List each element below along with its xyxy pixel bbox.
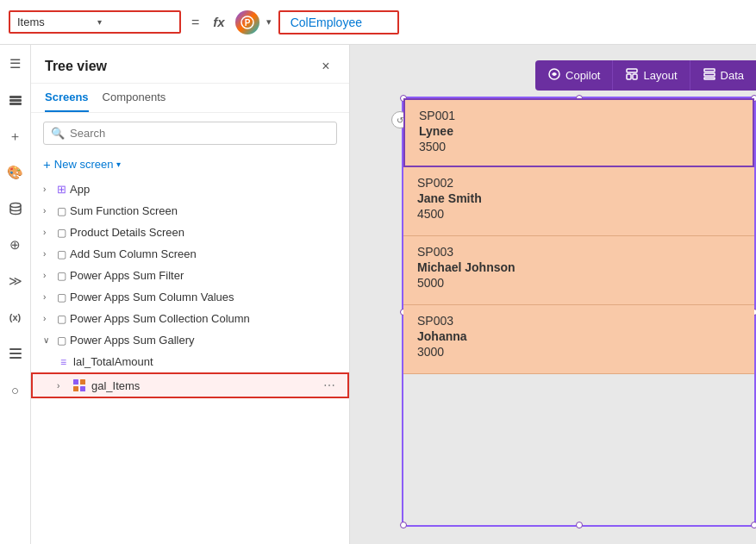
tab-layout-label: Layout bbox=[643, 69, 677, 82]
tree-item-label: Power Apps Sum Column Values bbox=[70, 291, 234, 303]
employee-salary: 3500 bbox=[419, 140, 739, 153]
svg-rect-9 bbox=[73, 379, 78, 385]
svg-rect-15 bbox=[627, 74, 631, 79]
new-screen-button[interactable]: + New screen ▾ bbox=[31, 153, 349, 178]
employee-salary: 4500 bbox=[417, 207, 740, 221]
tree-title: Tree view bbox=[45, 59, 107, 74]
chevron-icon: › bbox=[57, 381, 67, 391]
svg-rect-3 bbox=[9, 99, 22, 102]
tree-item-app[interactable]: › ⊞ App bbox=[31, 178, 349, 200]
tree-item-label: Power Apps Sum Gallery bbox=[70, 334, 195, 347]
close-button[interactable]: × bbox=[316, 57, 335, 76]
employee-id: SP002 bbox=[417, 176, 740, 190]
more-options-icon[interactable]: ⋯ bbox=[323, 378, 335, 392]
handle-bot-left[interactable] bbox=[400, 522, 407, 528]
tab-components[interactable]: Components bbox=[103, 84, 166, 112]
tree-item-label: Product Details Screen bbox=[70, 226, 184, 239]
formula-name-box[interactable]: Items ▾ bbox=[9, 10, 181, 34]
tree-item-gal-items[interactable]: › gal_Items ⋯ bbox=[31, 372, 349, 398]
gallery-container[interactable]: ↺ SP001 Lynee 3500 SP002 Jane Smith 4500… bbox=[402, 97, 756, 527]
circle-icon[interactable]: ○ bbox=[5, 379, 26, 400]
chevron-icon: › bbox=[43, 314, 53, 323]
hamburger-icon[interactable]: ☰ bbox=[5, 53, 26, 74]
chevron-icon: › bbox=[43, 184, 53, 194]
gallery-item[interactable]: SP002 Jane Smith 4500 bbox=[403, 167, 754, 236]
screen-icon: ▢ bbox=[57, 270, 66, 282]
handle-bot-right[interactable] bbox=[751, 522, 756, 528]
tree-item-lal-total[interactable]: ≡ lal_TotalAmount bbox=[31, 351, 349, 372]
tree-item-sum-column-values[interactable]: › ▢ Power Apps Sum Column Values bbox=[31, 286, 349, 308]
formula-icon-chevron[interactable]: ▾ bbox=[266, 16, 272, 28]
tree-item-product-details[interactable]: › ▢ Product Details Screen bbox=[31, 222, 349, 243]
formula-value: ColEmployee bbox=[291, 16, 362, 29]
tree-item-add-sum-column[interactable]: › ▢ Add Sum Column Screen bbox=[31, 243, 349, 265]
sidebar-icons: ☰ ＋ 🎨 ⊕ ≫ (x) ○ bbox=[0, 45, 31, 544]
svg-rect-10 bbox=[80, 379, 85, 385]
formula-label: Items bbox=[17, 16, 92, 28]
tab-data[interactable]: Data bbox=[690, 60, 756, 91]
handle-bot-mid[interactable] bbox=[576, 522, 583, 528]
database-icon[interactable] bbox=[5, 198, 26, 219]
chevron-expanded-icon: ∨ bbox=[43, 335, 53, 345]
chevrons-icon[interactable]: ≫ bbox=[5, 271, 26, 291]
chevron-icon: › bbox=[43, 228, 53, 237]
formula-value-box[interactable]: ColEmployee bbox=[278, 10, 399, 34]
chevron-icon: › bbox=[43, 206, 53, 216]
fx-sign: fx bbox=[209, 15, 228, 29]
svg-rect-7 bbox=[9, 353, 22, 354]
tree-item-sum-collection-column[interactable]: › ▢ Power Apps Sum Collection Column bbox=[31, 308, 349, 329]
svg-rect-11 bbox=[73, 386, 78, 391]
settings-icon[interactable] bbox=[5, 343, 26, 364]
tree-items: › ⊞ App › ▢ Sum Function Screen › ▢ Prod… bbox=[31, 178, 349, 544]
formula-chevron-icon[interactable]: ▾ bbox=[97, 17, 172, 27]
tree-item-label: Power Apps Sum Filter bbox=[70, 269, 184, 282]
svg-rect-14 bbox=[627, 69, 637, 72]
gallery-item[interactable]: SP001 Lynee 3500 bbox=[403, 98, 754, 167]
tree-header: Tree view × bbox=[31, 45, 349, 84]
layers-icon[interactable] bbox=[5, 90, 26, 110]
main-layout: ☰ ＋ 🎨 ⊕ ≫ (x) ○ Tree view × Screens Comp… bbox=[0, 45, 756, 544]
chevron-icon: › bbox=[43, 292, 53, 302]
svg-text:P: P bbox=[244, 18, 250, 28]
tree-item-sum-gallery[interactable]: ∨ ▢ Power Apps Sum Gallery bbox=[31, 329, 349, 351]
tree-item-label: lal_TotalAmount bbox=[73, 355, 153, 368]
gallery-list: SP001 Lynee 3500 SP002 Jane Smith 4500 S… bbox=[403, 98, 754, 525]
copilot-icon bbox=[547, 67, 561, 84]
gallery-item[interactable]: SP003 Michael Johnson 5000 bbox=[403, 236, 754, 305]
tab-layout[interactable]: Layout bbox=[613, 60, 690, 91]
employee-salary: 3000 bbox=[417, 345, 740, 359]
employee-id: SP003 bbox=[417, 245, 740, 259]
tree-item-label: Sum Function Screen bbox=[70, 204, 178, 217]
new-screen-plus-icon: + bbox=[43, 157, 51, 172]
tree-item-sum-function[interactable]: › ▢ Sum Function Screen bbox=[31, 200, 349, 222]
tree-item-label: App bbox=[70, 183, 90, 196]
variable-icon[interactable]: (x) bbox=[5, 307, 26, 328]
top-bar: Items ▾ = fx P ▾ ColEmployee bbox=[0, 0, 756, 45]
employee-id: SP003 bbox=[417, 314, 740, 328]
chevron-icon: › bbox=[43, 249, 53, 259]
equals-sign: = bbox=[188, 15, 203, 30]
new-screen-chevron-icon: ▾ bbox=[116, 159, 121, 169]
svg-rect-12 bbox=[80, 386, 85, 391]
tree-tabs: Screens Components bbox=[31, 84, 349, 113]
screen-icon: ▢ bbox=[57, 248, 66, 260]
list-icon: ≡ bbox=[60, 356, 66, 368]
add-icon[interactable]: ＋ bbox=[5, 126, 26, 147]
tab-data-label: Data bbox=[721, 69, 744, 82]
tree-item-sum-filter[interactable]: › ▢ Power Apps Sum Filter bbox=[31, 265, 349, 286]
search-input[interactable] bbox=[70, 127, 329, 140]
svg-rect-6 bbox=[9, 348, 22, 350]
search-box: 🔍 bbox=[43, 122, 337, 145]
canvas-area: Copilot Layout Data bbox=[350, 45, 756, 544]
gallery-item[interactable]: SP003 Johanna 3000 bbox=[403, 305, 754, 374]
plus-circle-icon[interactable]: ⊕ bbox=[5, 234, 26, 255]
svg-rect-16 bbox=[633, 74, 637, 79]
tab-copilot[interactable]: Copilot bbox=[535, 60, 613, 91]
right-panel-tabs: Copilot Layout Data bbox=[535, 60, 756, 91]
tree-panel: Tree view × Screens Components 🔍 + New s… bbox=[31, 45, 350, 544]
tab-screens[interactable]: Screens bbox=[45, 84, 89, 112]
employee-name: Michael Johnson bbox=[417, 260, 740, 274]
paint-icon[interactable]: 🎨 bbox=[5, 162, 26, 183]
new-screen-label: New screen bbox=[54, 158, 114, 171]
svg-rect-17 bbox=[704, 69, 715, 72]
